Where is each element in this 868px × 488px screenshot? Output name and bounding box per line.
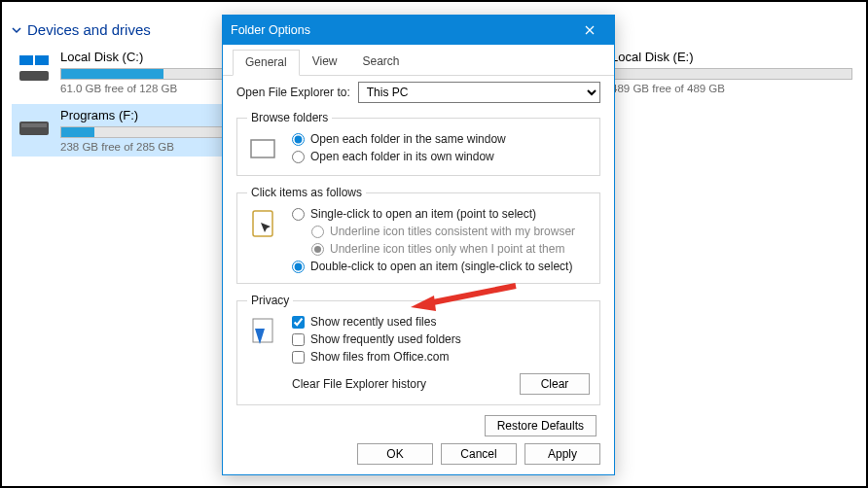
clear-button[interactable]: Clear bbox=[520, 373, 590, 395]
radio-same-window[interactable]: Open each folder in the same window bbox=[292, 132, 590, 146]
cancel-button[interactable]: Cancel bbox=[441, 443, 517, 465]
drive-name: Local Disk (E:) bbox=[611, 50, 852, 64]
drive-icon bbox=[18, 52, 51, 85]
svg-rect-2 bbox=[19, 71, 49, 81]
ok-button[interactable]: OK bbox=[357, 443, 433, 465]
checkbox-input[interactable] bbox=[292, 333, 305, 346]
drive-free: 489 GB free of 489 GB bbox=[611, 83, 852, 94]
radio-input[interactable] bbox=[292, 261, 305, 273]
privacy-group: Privacy Show recently used files Show fr… bbox=[236, 294, 600, 405]
drive-icon bbox=[18, 110, 51, 143]
folder-options-dialog: Folder Options General View Search Open … bbox=[222, 15, 615, 475]
checkbox-input[interactable] bbox=[292, 351, 305, 364]
tabs: General View Search bbox=[223, 49, 614, 76]
titlebar[interactable]: Folder Options bbox=[223, 16, 614, 45]
radio-double-click[interactable]: Double-click to open an item (single-cli… bbox=[292, 260, 590, 273]
click-legend: Click items as follows bbox=[247, 186, 366, 199]
tab-view[interactable]: View bbox=[300, 49, 350, 75]
drive-item[interactable]: Local Disk (E:) 489 GB free of 489 GB bbox=[605, 46, 858, 98]
privacy-legend: Privacy bbox=[247, 294, 293, 307]
browse-folders-group: Browse folders Open each folder in the s… bbox=[236, 111, 600, 176]
svg-rect-0 bbox=[19, 55, 33, 65]
radio-own-window[interactable]: Open each folder in its own window bbox=[292, 150, 590, 163]
click-items-group: Click items as follows Single-click to o… bbox=[236, 186, 600, 284]
svg-rect-4 bbox=[21, 123, 47, 127]
check-office-files[interactable]: Show files from Office.com bbox=[292, 350, 590, 364]
radio-disabled-icon bbox=[311, 226, 324, 238]
apply-button[interactable]: Apply bbox=[524, 443, 600, 465]
radio-underline-browser: Underline icon titles consistent with my… bbox=[311, 225, 590, 238]
check-recent-files[interactable]: Show recently used files bbox=[292, 315, 590, 329]
radio-underline-point: Underline icon titles only when I point … bbox=[311, 242, 590, 256]
open-explorer-label: Open File Explorer to: bbox=[236, 86, 350, 99]
close-button[interactable] bbox=[573, 16, 606, 45]
chevron-down-icon bbox=[12, 25, 21, 35]
tab-general[interactable]: General bbox=[233, 50, 300, 76]
radio-input[interactable] bbox=[292, 208, 305, 221]
svg-rect-7 bbox=[251, 140, 274, 157]
close-icon bbox=[585, 25, 595, 35]
radio-input[interactable] bbox=[292, 133, 305, 146]
open-explorer-select[interactable]: This PC bbox=[358, 82, 600, 103]
clear-history-label: Clear File Explorer history bbox=[292, 377, 426, 391]
drive-bar bbox=[611, 68, 852, 80]
group-header-label: Devices and drives bbox=[27, 21, 151, 38]
radio-input[interactable] bbox=[292, 151, 305, 163]
tab-search[interactable]: Search bbox=[350, 49, 413, 75]
privacy-icon bbox=[247, 315, 280, 348]
click-icon bbox=[247, 207, 280, 240]
browse-legend: Browse folders bbox=[247, 111, 332, 124]
dialog-title: Folder Options bbox=[231, 23, 310, 37]
checkbox-input[interactable] bbox=[292, 316, 305, 329]
svg-rect-1 bbox=[35, 55, 49, 65]
restore-defaults-button[interactable]: Restore Defaults bbox=[485, 415, 597, 436]
browse-icon bbox=[247, 132, 280, 165]
check-frequent-folders[interactable]: Show frequently used folders bbox=[292, 332, 590, 346]
radio-disabled-icon bbox=[311, 243, 324, 256]
radio-single-click[interactable]: Single-click to open an item (point to s… bbox=[292, 207, 590, 221]
